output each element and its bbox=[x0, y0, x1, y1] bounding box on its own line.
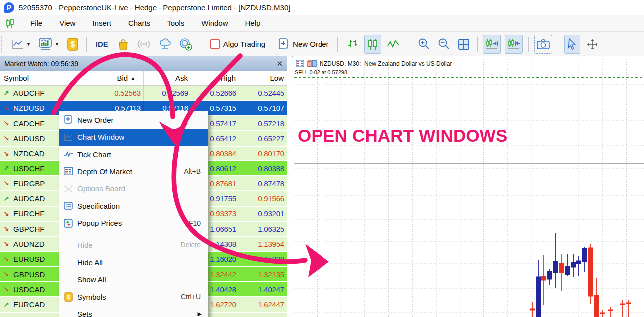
candle bbox=[589, 244, 593, 304]
menu-item-specification[interactable]: Specification bbox=[59, 197, 208, 215]
symbols-icon: $ bbox=[59, 292, 77, 302]
column-header-symbol[interactable]: Symbol bbox=[0, 71, 95, 85]
market-watch-title: Market Watch: 09:56:39 bbox=[4, 60, 78, 68]
low-cell: 1.40247 bbox=[239, 282, 287, 297]
menu-item-label: Sets bbox=[77, 310, 92, 317]
menu-item-label: Chart Window bbox=[77, 133, 124, 141]
market-watch-symbols-button[interactable]: $ bbox=[65, 35, 81, 53]
new-order-button[interactable]: New Order bbox=[276, 35, 330, 53]
candle bbox=[583, 247, 587, 272]
svg-text:$: $ bbox=[70, 40, 75, 49]
candle bbox=[542, 255, 546, 305]
auto-scroll-button[interactable] bbox=[483, 35, 501, 54]
low-cell: 0.57107 bbox=[239, 101, 287, 116]
symbol-label: EURAUD bbox=[13, 315, 45, 317]
low-cell: 1.77102 bbox=[239, 313, 287, 317]
chart-window[interactable]: NZDUSD, M30: New Zealand Dollar vs US Do… bbox=[293, 56, 644, 317]
tile-windows-button[interactable] bbox=[456, 35, 472, 53]
menu-item-label: Hide bbox=[77, 241, 93, 249]
menu-item-show-all[interactable]: Show All bbox=[59, 271, 208, 288]
market-watch-caption[interactable]: Market Watch: 09:56:39 ✕ bbox=[0, 56, 287, 71]
symbol-cell: ↗AUDCHF bbox=[0, 86, 95, 101]
menu-tools[interactable]: Tools bbox=[159, 17, 193, 29]
arrow-down-icon: ↘ bbox=[3, 225, 13, 233]
menu-item-shortcut: Alt+B bbox=[184, 167, 208, 175]
menu-item-label: Tick Chart bbox=[77, 150, 111, 158]
zoom-out-button[interactable] bbox=[436, 35, 452, 53]
toolbar-separator bbox=[337, 37, 338, 52]
arrow-down-icon: ↘ bbox=[3, 240, 13, 248]
cursor-tool-button[interactable] bbox=[564, 35, 580, 54]
symbol-label: GBPCHF bbox=[13, 225, 45, 233]
one-click-trading-icon[interactable] bbox=[307, 60, 317, 67]
open-position-label: SELL 0.02 at 0.57298 bbox=[295, 69, 347, 76]
column-header-low[interactable]: Low bbox=[239, 71, 287, 85]
toolbar-separator-dotted bbox=[558, 37, 559, 52]
chart-shift-button[interactable] bbox=[505, 35, 523, 54]
low-cell: 0.52445 bbox=[239, 86, 287, 101]
arrow-down-icon: ↘ bbox=[3, 179, 13, 187]
line-chart-mode-button[interactable] bbox=[385, 35, 401, 53]
tick-chart-icon bbox=[59, 151, 77, 158]
vps-button[interactable] bbox=[177, 35, 194, 53]
menu-item-popup-prices[interactable]: Popup PricesF10 bbox=[59, 215, 208, 232]
algo-trading-toggle[interactable]: Algo Trading bbox=[209, 35, 267, 53]
column-header-bid[interactable]: Bid ▲ bbox=[95, 71, 144, 85]
depth-of-market-icon bbox=[59, 167, 77, 175]
bar-chart-mode-button[interactable] bbox=[345, 35, 360, 53]
symbol-label: AUDCAD bbox=[13, 194, 45, 203]
menu-item-symbols[interactable]: $SymbolsCtrl+U bbox=[59, 288, 208, 306]
low-cell: 0.80170 bbox=[239, 147, 287, 161]
menu-item-label: Depth Of Market bbox=[77, 167, 132, 176]
menu-charts[interactable]: Charts bbox=[120, 17, 159, 29]
column-label: Symbol bbox=[4, 74, 29, 82]
menu-window[interactable]: Window bbox=[193, 17, 236, 29]
menu-item-new-order[interactable]: New Order bbox=[59, 111, 208, 129]
chart-candles-window-icon bbox=[5, 19, 15, 28]
chart-type-dropdown-button[interactable]: ▼ bbox=[10, 35, 32, 53]
menu-help[interactable]: Help bbox=[237, 17, 269, 29]
market-store-button[interactable] bbox=[116, 35, 131, 53]
menu-item-label: Hide All bbox=[77, 258, 103, 267]
menu-insert[interactable]: Insert bbox=[84, 17, 120, 29]
low-cell: 1.06325 bbox=[239, 222, 287, 236]
menu-item-chart-window[interactable]: Chart Window bbox=[59, 129, 208, 146]
toolbar-separator bbox=[200, 37, 200, 52]
menu-item-label: Options Board bbox=[77, 184, 125, 193]
zoom-in-button[interactable] bbox=[416, 35, 432, 53]
profiles-dropdown-button[interactable]: ▼ bbox=[36, 35, 61, 53]
symbol-label: EURGBP bbox=[13, 179, 45, 188]
close-icon[interactable]: ✕ bbox=[276, 60, 283, 67]
menu-item-depth-of-market[interactable]: Depth Of MarketAlt+B bbox=[59, 163, 208, 180]
menu-item-label: Popup Prices bbox=[77, 219, 122, 227]
arrow-up-icon: ↗ bbox=[3, 195, 13, 203]
column-label: Ask bbox=[175, 74, 188, 82]
chevron-down-icon: ▼ bbox=[55, 42, 59, 47]
depth-of-market-icon[interactable] bbox=[296, 60, 304, 67]
cloud-hosting-button[interactable] bbox=[157, 35, 173, 53]
menu-item-tick-chart[interactable]: Tick Chart bbox=[59, 146, 208, 163]
annotation-open-chart-windows: OPEN CHART WINDOWS bbox=[298, 126, 508, 146]
arrow-down-icon: ↘ bbox=[3, 285, 13, 293]
toolbar: ▼ ▼ $ IDE Algo Trading New Order bbox=[0, 32, 644, 56]
low-cell: 1.62447 bbox=[239, 297, 287, 312]
candle bbox=[559, 254, 564, 291]
metaeditor-ide-button[interactable]: IDE bbox=[92, 35, 112, 53]
menu-file[interactable]: File bbox=[22, 17, 51, 29]
chevron-down-icon: ▼ bbox=[26, 42, 31, 47]
candlestick-mode-button[interactable] bbox=[364, 35, 381, 54]
candle bbox=[595, 278, 599, 317]
arrow-down-icon: ↘ bbox=[3, 104, 13, 112]
column-header-ask[interactable]: Ask bbox=[144, 71, 191, 85]
menu-view[interactable]: View bbox=[51, 17, 84, 29]
window-titlebar: P 52055370 - PepperstoneUK-Live - Hedge … bbox=[0, 0, 644, 15]
column-header-high[interactable]: High bbox=[191, 71, 239, 85]
signals-button[interactable] bbox=[135, 35, 153, 53]
table-row-audchf[interactable]: ↗AUDCHF0.525630.525690.526660.52445 bbox=[0, 86, 287, 101]
menu-item-sets[interactable]: Sets▶ bbox=[59, 306, 208, 317]
toolbar-drag-handle[interactable] bbox=[1, 36, 5, 53]
window-title: 52055370 - PepperstoneUK-Live - Hedge - … bbox=[19, 3, 290, 12]
screenshot-button[interactable] bbox=[534, 35, 552, 54]
crosshair-tool-button[interactable] bbox=[584, 35, 600, 53]
menu-item-hide-all[interactable]: Hide All bbox=[59, 254, 208, 271]
